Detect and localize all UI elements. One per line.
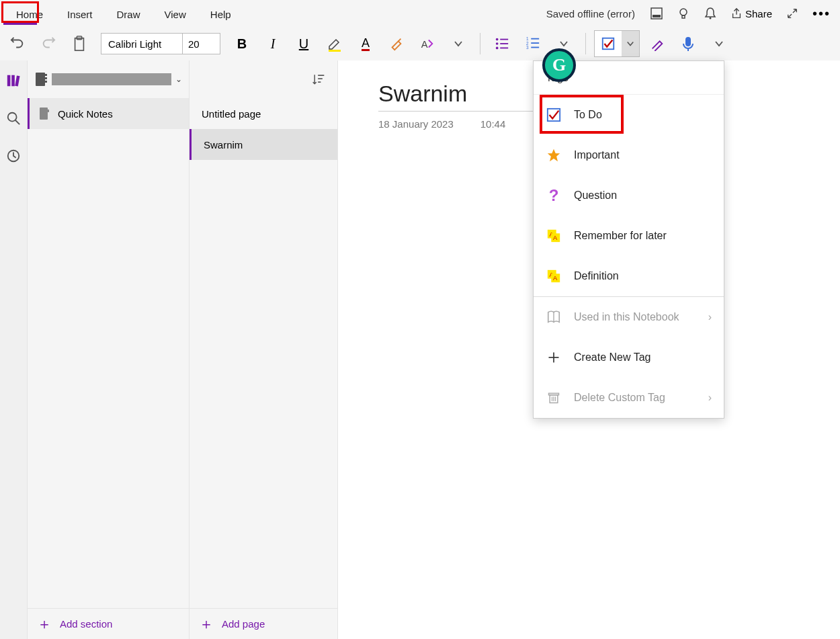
ribbon-toolbar: B I U A A 123 (0, 27, 840, 60)
tags-dropdown-panel: Tags To Do Important ? Question AA Remem… (533, 60, 724, 419)
section-quick-notes[interactable]: Quick Notes (28, 98, 189, 129)
tag-todo[interactable]: To Do (534, 95, 724, 135)
undo-button[interactable] (4, 30, 31, 57)
bullets-button[interactable] (489, 30, 515, 57)
notebook-dropdown[interactable]: ⌄ (175, 75, 182, 84)
tab-draw[interactable]: Draw (105, 3, 153, 24)
tag-delete-custom[interactable]: Delete Custom Tag › (534, 378, 724, 418)
plus-icon (546, 349, 562, 366)
tag-definition[interactable]: AA Definition (534, 256, 724, 296)
svg-rect-3 (682, 15, 685, 18)
clipboard-button[interactable] (66, 30, 93, 57)
tag-question[interactable]: ? Question (534, 175, 724, 216)
menu-bar: Home Insert Draw View Help Saved offline… (0, 0, 840, 27)
tag-label: Used in this Notebook (574, 311, 679, 323)
more-icon[interactable]: ••• (807, 6, 836, 22)
sort-pages-button[interactable] (306, 67, 331, 91)
svg-rect-37 (318, 81, 321, 83)
home-underline (3, 23, 37, 25)
feed-icon[interactable] (644, 1, 669, 26)
todo-tag-button[interactable] (595, 31, 622, 56)
tag-used-in-notebook[interactable]: Used in this Notebook › (534, 297, 724, 337)
svg-rect-1 (653, 15, 661, 17)
add-page-label: Add page (222, 618, 265, 630)
tag-label: Delete Custom Tag (574, 392, 665, 404)
svg-rect-35 (318, 75, 324, 76)
grammarly-badge[interactable]: G (542, 48, 576, 82)
share-button[interactable]: Share (725, 7, 778, 19)
tab-insert[interactable]: Insert (55, 3, 105, 24)
grammarly-icon: G (552, 55, 566, 75)
note-date: 18 January 2023 (378, 118, 454, 130)
page-swarnim[interactable]: Swarnim (190, 129, 337, 160)
expand-icon[interactable] (780, 1, 804, 26)
todo-checkbox-icon (546, 107, 562, 123)
tag-dropdown-button[interactable] (622, 31, 639, 56)
search-icon[interactable] (3, 108, 24, 129)
dictate-button[interactable] (675, 30, 702, 57)
book-icon (546, 309, 562, 325)
ink-button[interactable] (644, 30, 671, 57)
svg-text:3: 3 (526, 45, 529, 50)
nav-rail (0, 60, 28, 639)
svg-rect-12 (500, 43, 508, 44)
tag-label: To Do (574, 109, 602, 121)
font-size-input[interactable] (182, 34, 220, 54)
add-section-button[interactable]: ＋ Add section (28, 608, 189, 639)
more-format-dropdown[interactable] (445, 30, 472, 57)
svg-rect-5 (75, 38, 84, 50)
tag-label: Important (574, 149, 620, 161)
svg-point-13 (496, 47, 499, 50)
svg-point-11 (496, 42, 499, 45)
clear-format-button[interactable] (383, 30, 410, 57)
highlight-button[interactable] (321, 30, 348, 57)
share-label: Share (745, 8, 772, 19)
font-name-input[interactable] (101, 34, 182, 54)
plus-icon: ＋ (199, 614, 214, 634)
svg-point-2 (680, 9, 687, 15)
svg-rect-34 (48, 110, 49, 112)
tag-create-new[interactable]: Create New Tag (534, 337, 724, 378)
svg-text:A: A (553, 275, 558, 282)
add-section-label: Add section (60, 618, 112, 630)
pages-pane: Untitled page Swarnim ＋ Add page (190, 60, 338, 639)
notebook-name[interactable] (52, 73, 171, 85)
trash-icon (546, 390, 562, 406)
notebook-icon (34, 72, 48, 87)
tab-help[interactable]: Help (198, 3, 243, 24)
section-label: Quick Notes (58, 108, 113, 120)
svg-rect-16 (531, 38, 539, 40)
numbering-button[interactable]: 123 (519, 30, 546, 57)
tag-remember[interactable]: AA Remember for later (534, 216, 724, 256)
question-icon: ? (546, 187, 562, 204)
tab-view[interactable]: View (153, 3, 198, 24)
add-page-button[interactable]: ＋ Add page (190, 608, 337, 639)
svg-rect-33 (40, 108, 48, 120)
bulb-icon[interactable] (671, 1, 696, 26)
remember-icon: AA (546, 228, 562, 244)
notebooks-icon[interactable] (3, 70, 24, 91)
italic-button[interactable]: I (259, 30, 286, 57)
redo-button[interactable] (35, 30, 62, 57)
page-untitled[interactable]: Untitled page (190, 98, 337, 129)
svg-rect-14 (500, 48, 508, 49)
svg-rect-7 (329, 50, 341, 52)
font-color-button[interactable]: A (352, 30, 379, 57)
svg-rect-20 (531, 47, 539, 48)
tab-home[interactable]: Home (4, 3, 55, 24)
svg-rect-31 (45, 77, 47, 79)
tag-button (594, 30, 640, 57)
tag-important[interactable]: Important (534, 135, 724, 175)
svg-rect-18 (531, 42, 539, 44)
recent-icon[interactable] (3, 145, 24, 167)
chevron-right-icon: › (708, 311, 712, 323)
ribbon-more-dropdown[interactable] (706, 30, 732, 57)
bell-icon[interactable] (698, 1, 722, 26)
underline-button[interactable]: U (290, 30, 317, 57)
styles-button[interactable]: A (414, 30, 441, 57)
svg-point-26 (8, 113, 17, 122)
svg-rect-29 (36, 73, 45, 86)
bold-button[interactable]: B (228, 30, 255, 57)
definition-icon: AA (546, 268, 562, 284)
tag-label: Question (574, 189, 617, 202)
